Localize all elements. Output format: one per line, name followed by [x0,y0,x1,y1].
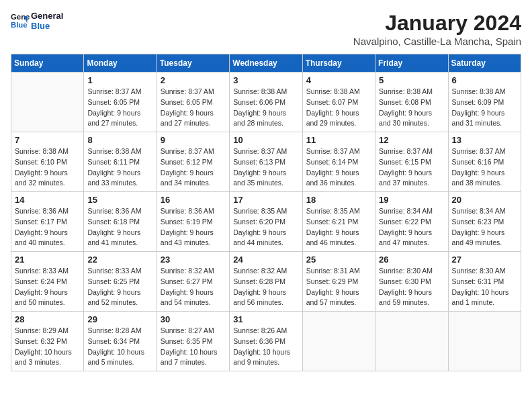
cell-info: Sunrise: 8:30 AMSunset: 6:31 PMDaylight:… [452,266,517,308]
day-number: 14 [15,195,80,205]
cell-info: Sunrise: 8:38 AMSunset: 6:10 PMDaylight:… [15,146,80,189]
day-number: 2 [161,75,226,85]
cell-info: Sunrise: 8:38 AMSunset: 6:09 PMDaylight:… [452,87,517,129]
cell-info: Sunrise: 8:31 AMSunset: 6:29 PMDaylight:… [306,266,371,308]
cell-info: Sunrise: 8:34 AMSunset: 6:22 PMDaylight:… [379,206,444,248]
calendar-cell: 21Sunrise: 8:33 AMSunset: 6:24 PMDayligh… [11,252,84,312]
cell-info: Sunrise: 8:37 AMSunset: 6:16 PMDaylight:… [452,146,517,189]
weekday-sunday: Sunday [11,54,84,73]
calendar-cell [302,312,375,371]
calendar-cell: 27Sunrise: 8:30 AMSunset: 6:31 PMDayligh… [448,252,521,312]
location-title: Navalpino, Castille-La Mancha, Spain [353,36,521,47]
week-row-0: 1Sunrise: 8:37 AMSunset: 6:05 PMDaylight… [11,73,521,132]
cell-info: Sunrise: 8:29 AMSunset: 6:32 PMDaylight:… [15,326,80,368]
calendar-cell: 23Sunrise: 8:32 AMSunset: 6:27 PMDayligh… [157,252,229,312]
calendar-cell: 16Sunrise: 8:36 AMSunset: 6:19 PMDayligh… [157,192,229,252]
day-number: 5 [379,75,444,85]
cell-info: Sunrise: 8:35 AMSunset: 6:20 PMDaylight:… [233,206,298,248]
calendar-cell: 11Sunrise: 8:37 AMSunset: 6:14 PMDayligh… [302,132,375,192]
day-number: 11 [306,135,371,145]
day-number: 24 [233,255,298,265]
cell-info: Sunrise: 8:33 AMSunset: 6:25 PMDaylight:… [87,266,152,308]
day-number: 18 [306,195,371,205]
cell-info: Sunrise: 8:36 AMSunset: 6:18 PMDaylight:… [87,206,152,248]
cell-info: Sunrise: 8:37 AMSunset: 6:15 PMDaylight:… [379,146,444,189]
calendar-cell: 3Sunrise: 8:38 AMSunset: 6:06 PMDaylight… [230,73,302,132]
calendar-cell: 1Sunrise: 8:37 AMSunset: 6:05 PMDaylight… [84,73,157,132]
calendar-cell: 24Sunrise: 8:32 AMSunset: 6:28 PMDayligh… [230,252,302,312]
month-title: January 2024 [353,11,521,36]
weekday-monday: Monday [84,54,157,73]
calendar-cell: 25Sunrise: 8:31 AMSunset: 6:29 PMDayligh… [302,252,375,312]
day-number: 20 [452,195,517,205]
day-number: 13 [452,135,517,145]
cell-info: Sunrise: 8:36 AMSunset: 6:19 PMDaylight:… [161,206,226,248]
logo-blue: Blue [31,21,63,31]
cell-info: Sunrise: 8:27 AMSunset: 6:35 PMDaylight:… [161,326,226,368]
cell-info: Sunrise: 8:28 AMSunset: 6:34 PMDaylight:… [87,326,152,368]
day-number: 29 [87,314,152,324]
day-number: 28 [15,314,80,324]
svg-text:Blue: Blue [11,21,28,29]
calendar-cell: 9Sunrise: 8:37 AMSunset: 6:12 PMDaylight… [157,132,229,192]
day-number: 21 [15,255,80,265]
logo-general: General [31,11,63,21]
page-header: General Blue General Blue January 2024 N… [11,11,521,47]
cell-info: Sunrise: 8:36 AMSunset: 6:17 PMDaylight:… [15,206,80,248]
calendar-cell [448,312,521,371]
calendar-cell: 28Sunrise: 8:29 AMSunset: 6:32 PMDayligh… [11,312,84,371]
calendar-cell: 29Sunrise: 8:28 AMSunset: 6:34 PMDayligh… [84,312,157,371]
calendar-cell: 30Sunrise: 8:27 AMSunset: 6:35 PMDayligh… [157,312,229,371]
day-number: 26 [379,255,444,265]
calendar-cell: 15Sunrise: 8:36 AMSunset: 6:18 PMDayligh… [84,192,157,252]
calendar-cell [375,312,448,371]
calendar-cell: 18Sunrise: 8:35 AMSunset: 6:21 PMDayligh… [302,192,375,252]
calendar-cell: 7Sunrise: 8:38 AMSunset: 6:10 PMDaylight… [11,132,84,192]
title-block: January 2024 Navalpino, Castille-La Manc… [353,11,521,47]
day-number: 22 [87,255,152,265]
calendar-cell: 22Sunrise: 8:33 AMSunset: 6:25 PMDayligh… [84,252,157,312]
day-number: 10 [233,135,298,145]
day-number: 3 [233,75,298,85]
weekday-tuesday: Tuesday [157,54,229,73]
day-number: 16 [161,195,226,205]
day-number: 30 [161,314,226,324]
day-number: 6 [452,75,517,85]
day-number: 1 [87,75,152,85]
day-number: 23 [161,255,226,265]
cell-info: Sunrise: 8:37 AMSunset: 6:05 PMDaylight:… [87,87,152,129]
cell-info: Sunrise: 8:38 AMSunset: 6:07 PMDaylight:… [306,87,371,129]
day-number: 9 [161,135,226,145]
calendar-cell: 12Sunrise: 8:37 AMSunset: 6:15 PMDayligh… [375,132,448,192]
weekday-thursday: Thursday [302,54,375,73]
cell-info: Sunrise: 8:38 AMSunset: 6:06 PMDaylight:… [233,87,298,129]
cell-info: Sunrise: 8:37 AMSunset: 6:12 PMDaylight:… [161,146,226,189]
weekday-friday: Friday [375,54,448,73]
cell-info: Sunrise: 8:37 AMSunset: 6:13 PMDaylight:… [233,146,298,189]
day-number: 17 [233,195,298,205]
cell-info: Sunrise: 8:38 AMSunset: 6:11 PMDaylight:… [87,146,152,189]
calendar-cell: 2Sunrise: 8:37 AMSunset: 6:05 PMDaylight… [157,73,229,132]
cell-info: Sunrise: 8:34 AMSunset: 6:23 PMDaylight:… [452,206,517,248]
day-number: 25 [306,255,371,265]
cell-info: Sunrise: 8:32 AMSunset: 6:27 PMDaylight:… [161,266,226,308]
calendar-cell: 26Sunrise: 8:30 AMSunset: 6:30 PMDayligh… [375,252,448,312]
cell-info: Sunrise: 8:37 AMSunset: 6:14 PMDaylight:… [306,146,371,189]
calendar-cell: 13Sunrise: 8:37 AMSunset: 6:16 PMDayligh… [448,132,521,192]
day-number: 15 [87,195,152,205]
cell-info: Sunrise: 8:35 AMSunset: 6:21 PMDaylight:… [306,206,371,248]
calendar-cell [11,73,84,132]
calendar-cell: 17Sunrise: 8:35 AMSunset: 6:20 PMDayligh… [230,192,302,252]
calendar-cell: 14Sunrise: 8:36 AMSunset: 6:17 PMDayligh… [11,192,84,252]
day-number: 8 [87,135,152,145]
day-number: 27 [452,255,517,265]
weekday-wednesday: Wednesday [230,54,302,73]
logo: General Blue General Blue [11,11,63,31]
weekday-saturday: Saturday [448,54,521,73]
calendar-cell: 4Sunrise: 8:38 AMSunset: 6:07 PMDaylight… [302,73,375,132]
week-row-2: 14Sunrise: 8:36 AMSunset: 6:17 PMDayligh… [11,192,521,252]
day-number: 7 [15,135,80,145]
cell-info: Sunrise: 8:30 AMSunset: 6:30 PMDaylight:… [379,266,444,308]
calendar-cell: 6Sunrise: 8:38 AMSunset: 6:09 PMDaylight… [448,73,521,132]
calendar-cell: 20Sunrise: 8:34 AMSunset: 6:23 PMDayligh… [448,192,521,252]
